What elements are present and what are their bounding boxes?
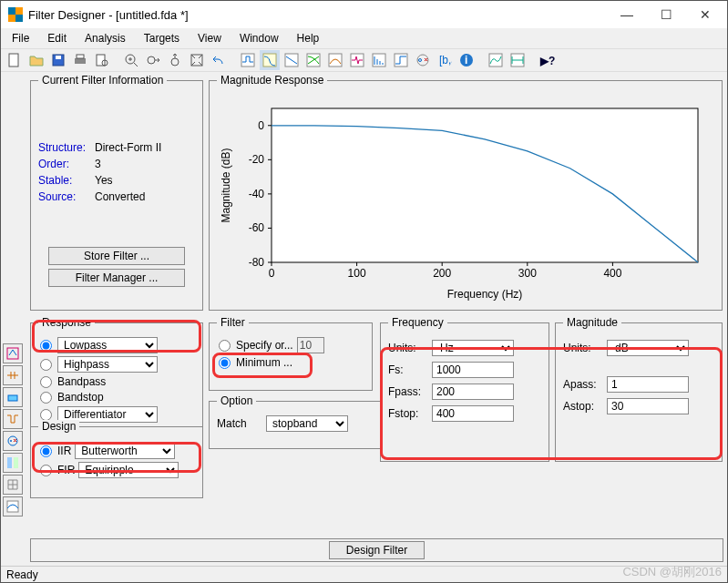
window-title: Filter Designer - [untitled.fda *]	[28, 8, 615, 22]
filter-minimum-radio[interactable]	[219, 357, 231, 369]
mag-phase-icon[interactable]	[303, 50, 323, 70]
status-text: Ready	[6, 568, 38, 581]
response-diff-radio[interactable]	[40, 409, 52, 421]
view-1-icon[interactable]	[486, 50, 506, 70]
magn-units-label: Units:	[563, 342, 601, 354]
filter-specify-radio[interactable]	[219, 340, 231, 352]
magnitude-response-legend: Magnitude Response	[217, 74, 327, 87]
sidebar-tool-3-icon[interactable]	[3, 387, 23, 407]
magnitude-panel: Magnitude Units:dB Apass: Astop:	[555, 316, 723, 462]
option-match-select[interactable]: stopband	[266, 415, 348, 432]
info-structure-label: Structure:	[38, 141, 95, 154]
magn-astop-input[interactable]	[607, 398, 689, 414]
menu-view[interactable]: View	[190, 30, 229, 46]
sidebar	[3, 343, 25, 517]
svg-rect-25	[395, 54, 407, 66]
group-delay-icon[interactable]	[325, 50, 345, 70]
undo-icon[interactable]	[209, 50, 229, 70]
zoom-x-icon[interactable]	[143, 50, 163, 70]
svg-point-16	[171, 58, 179, 66]
svg-text:-80: -80	[249, 256, 265, 269]
sidebar-tool-1-icon[interactable]	[3, 343, 23, 363]
response-bandstop-radio[interactable]	[40, 392, 52, 404]
response-highpass-select[interactable]: Highpass	[57, 356, 158, 373]
magn-units-select[interactable]: dB	[607, 340, 689, 356]
design-iir-radio[interactable]	[40, 445, 52, 457]
filter-spec-icon[interactable]	[238, 50, 258, 70]
design-iir-select[interactable]: Butterworth	[75, 443, 175, 459]
svg-text:0: 0	[258, 119, 264, 132]
help-icon[interactable]: ▶?	[537, 50, 557, 70]
full-view-icon[interactable]	[187, 50, 207, 70]
minimize-button[interactable]: —	[615, 7, 639, 22]
polezero-icon[interactable]	[413, 50, 433, 70]
filter-manager-button[interactable]: Filter Manager ...	[48, 269, 185, 287]
svg-text:-20: -20	[249, 153, 265, 166]
info-structure-value: Direct-Form II	[95, 141, 161, 154]
svg-point-15	[148, 56, 155, 64]
svg-text:100: 100	[348, 267, 366, 280]
print-preview-icon[interactable]	[92, 50, 112, 70]
filter-minimum-label: Minimum ...	[236, 356, 292, 369]
sidebar-tool-8-icon[interactable]	[3, 496, 23, 517]
info-source-value: Converted	[95, 190, 145, 203]
response-lowpass-select[interactable]: Lowpass	[57, 337, 158, 353]
sidebar-tool-4-icon[interactable]	[3, 409, 23, 429]
svg-point-37	[10, 440, 12, 442]
svg-text:[b,a]: [b,a]	[439, 54, 452, 66]
freq-units-select[interactable]: Hz	[432, 340, 514, 356]
svg-point-27	[419, 59, 422, 62]
design-fir-select[interactable]: Equiripple	[78, 462, 179, 478]
design-filter-button[interactable]: Design Filter	[329, 541, 425, 559]
mag-response-icon[interactable]	[260, 50, 280, 70]
menu-window[interactable]: Window	[232, 30, 286, 46]
response-lowpass-radio[interactable]	[40, 340, 52, 352]
option-match-label: Match	[217, 417, 262, 430]
sidebar-tool-5-icon[interactable]	[3, 431, 23, 451]
freq-fs-input[interactable]	[432, 362, 514, 378]
sidebar-tool-6-icon[interactable]	[3, 453, 23, 473]
phase-response-icon[interactable]	[282, 50, 302, 70]
response-bandpass-label: Bandpass	[57, 375, 106, 388]
close-button[interactable]: ✕	[694, 7, 716, 22]
store-filter-button[interactable]: Store Filter ...	[48, 247, 185, 265]
menu-targets[interactable]: Targets	[137, 30, 187, 46]
menu-file[interactable]: File	[5, 30, 36, 46]
magn-apass-input[interactable]	[607, 376, 689, 393]
response-bandstop-label: Bandstop	[57, 391, 104, 404]
phase-delay-icon[interactable]	[347, 50, 367, 70]
coef-icon[interactable]: [b,a]	[435, 50, 455, 70]
svg-rect-6	[56, 56, 61, 59]
freq-fstop-input[interactable]	[432, 405, 514, 422]
zoom-y-icon[interactable]	[165, 50, 185, 70]
svg-text:0: 0	[269, 267, 275, 280]
statusbar: Ready	[1, 566, 727, 582]
menu-help[interactable]: Help	[290, 30, 327, 46]
maximize-button[interactable]: ☐	[655, 7, 678, 22]
filter-specify-label: Specify or...	[236, 339, 293, 352]
filter-info-panel: Current Filter Information Structure:Dir…	[30, 74, 203, 311]
response-bandpass-radio[interactable]	[40, 376, 52, 388]
menu-edit[interactable]: Edit	[40, 30, 74, 46]
svg-rect-35	[8, 395, 17, 401]
sidebar-tool-7-icon[interactable]	[3, 475, 23, 495]
open-file-icon[interactable]	[26, 50, 46, 70]
svg-line-12	[134, 63, 138, 66]
impulse-icon[interactable]	[369, 50, 389, 70]
sidebar-tool-2-icon[interactable]	[3, 365, 23, 385]
filter-specify-input[interactable]	[297, 337, 324, 353]
info-icon[interactable]: i	[456, 50, 477, 70]
new-file-icon[interactable]	[5, 50, 25, 70]
freq-fpass-input[interactable]	[432, 384, 514, 400]
menu-analysis[interactable]: Analysis	[77, 30, 133, 46]
freq-fpass-label: Fpass:	[388, 385, 426, 398]
response-highpass-radio[interactable]	[40, 359, 52, 371]
svg-text:300: 300	[518, 267, 537, 280]
zoom-in-icon[interactable]	[121, 50, 141, 70]
step-icon[interactable]	[391, 50, 411, 70]
svg-rect-38	[7, 457, 12, 468]
view-2-icon[interactable]	[508, 50, 528, 70]
design-fir-radio[interactable]	[40, 465, 52, 476]
save-icon[interactable]	[48, 50, 68, 70]
print-icon[interactable]	[70, 50, 90, 70]
